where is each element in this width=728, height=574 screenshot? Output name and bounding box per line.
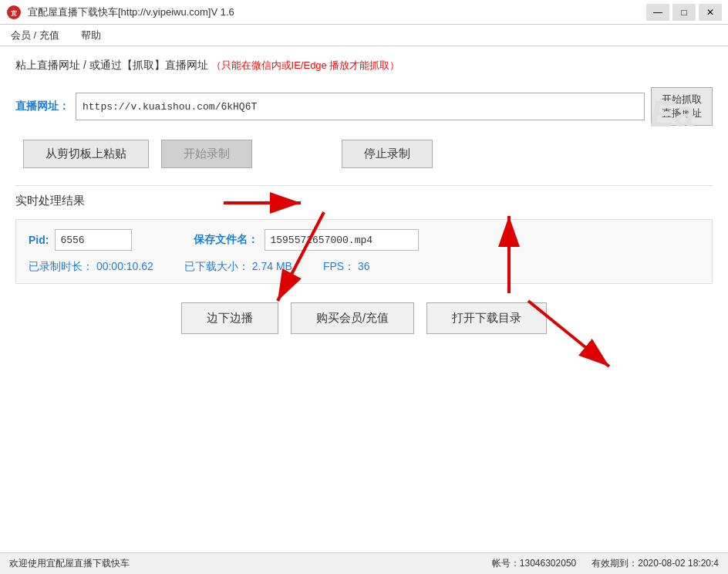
results-row1: Pid: 保存文件名： [29,229,699,251]
pid-input[interactable] [55,229,132,251]
account-text: 帐号：13046302050 [492,557,576,570]
filename-label: 保存文件名： [194,233,258,247]
close-button[interactable]: ✕ [699,4,722,21]
section-header: 实时处理结果 [15,185,713,208]
fps-value: 36 [358,260,370,272]
main-content: Ea 粘上直播网址 / 或通过【抓取】直播网址 （只能在微信内或IE/Edge … [0,46,728,552]
svg-text:宜: 宜 [11,9,17,17]
menu-item-membership[interactable]: 会员 / 充值 [6,27,64,44]
bottom-buttons: 边下边播 购买会员/充值 打开下载目录 [15,302,713,334]
start-record-button[interactable]: 开始录制 [161,140,252,168]
app-icon: 宜 [6,5,22,20]
pid-label: Pid: [29,234,49,246]
fps-stat: FPS： 36 [323,260,370,274]
url-row: 直播网址： 开始抓取 直播地址 [15,87,713,126]
status-bar: 欢迎使用宜配屋直播下载快车 帐号：13046302050 有效期到：2020-0… [0,552,728,574]
window-title: 宜配屋直播下载快车[http://v.yipeiwu.com]V 1.6 [28,5,646,19]
welcome-text: 欢迎使用宜配屋直播下载快车 [9,557,477,570]
instruction-row: 粘上直播网址 / 或通过【抓取】直播网址 （只能在微信内或IE/Edge 播放才… [15,57,713,73]
paste-button[interactable]: 从剪切板上粘贴 [23,140,149,168]
menu-bar: 会员 / 充值 帮助 [0,25,728,46]
results-area: Pid: 保存文件名： 已录制时长： 00:00:10.62 已下载大小： 2.… [15,219,713,284]
pid-field: Pid: [29,229,132,251]
window-controls: — □ ✕ [646,4,722,21]
duration-stat: 已录制时长： 00:00:10.62 [29,260,153,274]
duration-value: 00:00:10.62 [96,260,153,272]
size-label: 已下载大小： [184,260,249,272]
size-stat: 已下载大小： 2.74 MB [184,260,292,274]
minimize-button[interactable]: — [646,4,669,21]
fps-label: FPS： [323,260,355,272]
capture-button[interactable]: 开始抓取 直播地址 [651,87,713,126]
maximize-button[interactable]: □ [672,4,696,21]
size-value: 2.74 MB [252,260,292,272]
duration-label: 已录制时长： [29,260,93,272]
url-input[interactable] [76,93,645,120]
url-label: 直播网址： [15,100,69,113]
open-dir-button[interactable]: 打开下载目录 [426,302,547,334]
filename-field: 保存文件名： [194,229,419,251]
filename-input[interactable] [265,229,419,251]
instruction-text: 粘上直播网址 / 或通过【抓取】直播网址 [15,59,208,71]
stop-record-button[interactable]: 停止录制 [342,140,433,168]
title-bar: 宜 宜配屋直播下载快车[http://v.yipeiwu.com]V 1.6 —… [0,0,728,25]
button-row: 从剪切板上粘贴 开始录制 停止录制 [15,140,713,168]
results-row2: 已录制时长： 00:00:10.62 已下载大小： 2.74 MB FPS： 3… [29,260,699,274]
instruction-highlight: （只能在微信内或IE/Edge 播放才能抓取） [211,59,400,71]
menu-item-help[interactable]: 帮助 [76,27,106,44]
expiry-text: 有效期到：2020-08-02 18:20:4 [592,557,719,570]
buy-button[interactable]: 购买会员/充值 [291,302,414,334]
play-button[interactable]: 边下边播 [181,302,278,334]
